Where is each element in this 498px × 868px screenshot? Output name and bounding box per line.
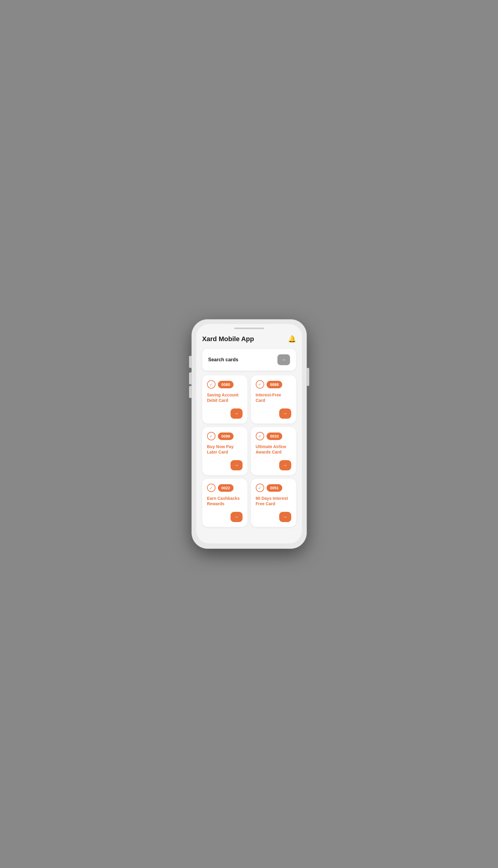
card-item-buy-now-pay-later[interactable]: ✓ 0099 Buy Now Pay Later Card → [202,427,247,475]
card-header-90-days: ✓ 0051 [256,484,291,492]
card-arrow-icon-interest-free: → [283,411,288,416]
card-number-interest-free: 8888 [266,381,283,388]
check-circle-interest-free: ✓ [256,380,264,389]
phone-screen: Xard Mobile App 🔔 Search cards → ✓ 00 [196,324,302,543]
card-number-90-days: 0051 [266,484,283,492]
notch-bar [234,328,264,329]
card-name-interest-free: Interest-Free Card [256,392,291,408]
card-number-saving-debit: 0080 [218,381,234,388]
search-placeholder: Search cards [208,357,239,363]
card-arrow-button-interest-free[interactable]: → [279,408,291,419]
card-name-ultimate-airline: Ultimate Airline Awards Card [256,444,291,460]
card-arrow-icon-saving-debit: → [234,411,239,416]
card-name-earn-cashbacks: Earn Cashbacks Rewards [207,496,243,512]
phone-outer: Xard Mobile App 🔔 Search cards → ✓ 00 [192,320,306,548]
check-circle-ultimate-airline: ✓ [256,432,264,440]
card-arrow-icon-earn-cashbacks: → [234,514,239,520]
check-circle-buy-now-pay-later: ✓ [207,432,215,440]
card-number-buy-now-pay-later: 0099 [218,433,234,440]
card-name-buy-now-pay-later: Buy Now Pay Later Card [207,444,243,460]
check-icon-interest-free: ✓ [258,382,261,387]
card-arrow-button-buy-now-pay-later[interactable]: → [231,460,243,470]
check-icon-buy-now-pay-later: ✓ [209,434,213,438]
app-title: Xard Mobile App [202,335,254,343]
card-item-ultimate-airline[interactable]: ✓ 0033 Ultimate Airline Awards Card → [251,427,296,475]
search-arrow-button[interactable]: → [277,354,290,365]
check-circle-saving-debit: ✓ [207,380,215,389]
card-arrow-button-saving-debit[interactable]: → [231,408,243,419]
card-item-90-days[interactable]: ✓ 0051 90 Days Interest Free Card → [251,479,296,527]
card-header-ultimate-airline: ✓ 0033 [256,432,291,440]
card-name-90-days: 90 Days Interest Free Card [256,496,291,512]
card-arrow-icon-buy-now-pay-later: → [234,462,239,468]
check-circle-90-days: ✓ [256,484,264,492]
phone-wrapper: Xard Mobile App 🔔 Search cards → ✓ 00 [186,320,312,548]
card-header-earn-cashbacks: ✓ 0022 [207,484,243,492]
card-arrow-icon-ultimate-airline: → [283,462,288,468]
check-icon-saving-debit: ✓ [209,382,213,387]
card-number-earn-cashbacks: 0022 [218,484,234,492]
notch [196,324,302,331]
card-header-buy-now-pay-later: ✓ 0099 [207,432,243,440]
search-bar[interactable]: Search cards → [202,349,296,371]
card-header-saving-debit: ✓ 0080 [207,380,243,389]
app-header: Xard Mobile App 🔔 [202,335,296,343]
check-icon-90-days: ✓ [258,486,261,490]
check-icon-earn-cashbacks: ✓ [209,486,213,490]
card-item-interest-free[interactable]: ✓ 8888 Interest-Free Card → [251,376,296,423]
bell-icon[interactable]: 🔔 [288,335,296,343]
card-header-interest-free: ✓ 8888 [256,380,291,389]
card-arrow-button-90-days[interactable]: → [279,512,291,522]
card-arrow-button-earn-cashbacks[interactable]: → [231,512,243,522]
cards-grid: ✓ 0080 Saving Account Debit Card → ✓ 888… [202,376,296,527]
card-item-earn-cashbacks[interactable]: ✓ 0022 Earn Cashbacks Rewards → [202,479,247,527]
card-arrow-button-ultimate-airline[interactable]: → [279,460,291,470]
check-icon-ultimate-airline: ✓ [258,434,261,438]
search-arrow-icon: → [281,357,286,363]
card-arrow-icon-90-days: → [283,514,288,520]
card-number-ultimate-airline: 0033 [266,433,283,440]
app-content: Xard Mobile App 🔔 Search cards → ✓ 00 [196,331,302,534]
card-name-saving-debit: Saving Account Debit Card [207,392,243,408]
card-item-saving-debit[interactable]: ✓ 0080 Saving Account Debit Card → [202,376,247,423]
check-circle-earn-cashbacks: ✓ [207,484,215,492]
